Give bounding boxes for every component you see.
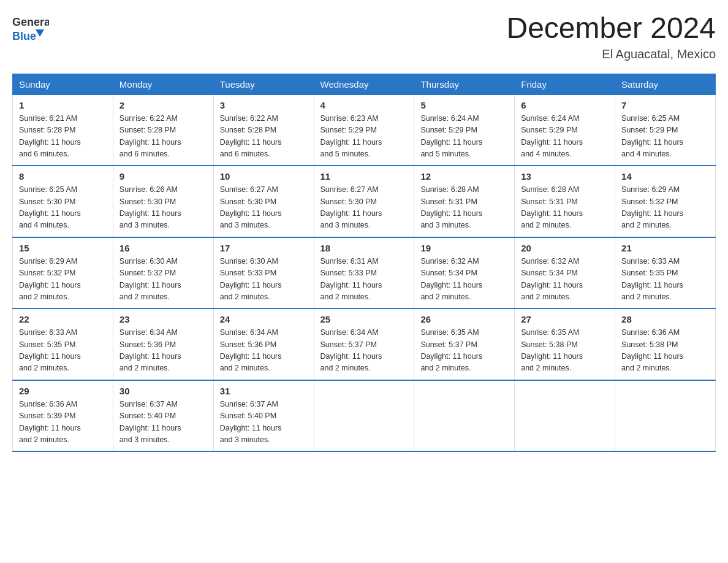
day-number: 22 (19, 314, 107, 324)
calendar-cell: 11Sunrise: 6:27 AM Sunset: 5:30 PM Dayli… (314, 166, 414, 237)
header-row: SundayMondayTuesdayWednesdayThursdayFrid… (13, 74, 716, 94)
header-right: December 2024 El Aguacatal, Mexico (506, 12, 716, 61)
day-number: 3 (220, 100, 308, 110)
calendar-cell: 14Sunrise: 6:29 AM Sunset: 5:32 PM Dayli… (615, 166, 716, 237)
svg-text:Blue: Blue (12, 30, 36, 42)
calendar-cell: 22Sunrise: 6:33 AM Sunset: 5:35 PM Dayli… (13, 308, 113, 380)
header-day: Tuesday (213, 74, 314, 94)
day-number: 7 (621, 100, 709, 110)
day-number: 16 (119, 243, 207, 253)
day-info: Sunrise: 6:32 AM Sunset: 5:34 PM Dayligh… (521, 256, 609, 304)
day-number: 19 (420, 243, 508, 253)
day-info: Sunrise: 6:33 AM Sunset: 5:35 PM Dayligh… (19, 327, 107, 375)
calendar-cell: 21Sunrise: 6:33 AM Sunset: 5:35 PM Dayli… (615, 237, 716, 309)
day-number: 21 (621, 243, 709, 253)
calendar-cell (314, 380, 414, 452)
calendar-cell (515, 380, 615, 452)
day-info: Sunrise: 6:35 AM Sunset: 5:37 PM Dayligh… (420, 327, 508, 375)
day-info: Sunrise: 6:27 AM Sunset: 5:30 PM Dayligh… (320, 184, 408, 232)
day-info: Sunrise: 6:23 AM Sunset: 5:29 PM Dayligh… (320, 113, 408, 161)
calendar-cell: 23Sunrise: 6:34 AM Sunset: 5:36 PM Dayli… (113, 308, 213, 380)
day-number: 29 (19, 386, 107, 396)
day-info: Sunrise: 6:37 AM Sunset: 5:40 PM Dayligh… (119, 399, 207, 446)
day-number: 13 (521, 171, 609, 182)
day-number: 31 (220, 386, 308, 396)
day-info: Sunrise: 6:33 AM Sunset: 5:35 PM Dayligh… (621, 256, 709, 304)
day-number: 2 (119, 100, 207, 110)
day-info: Sunrise: 6:31 AM Sunset: 5:33 PM Dayligh… (320, 256, 408, 304)
day-info: Sunrise: 6:25 AM Sunset: 5:30 PM Dayligh… (19, 184, 107, 232)
calendar-cell: 27Sunrise: 6:35 AM Sunset: 5:38 PM Dayli… (515, 308, 615, 380)
day-info: Sunrise: 6:21 AM Sunset: 5:28 PM Dayligh… (19, 113, 107, 161)
logo-icon: General Blue (12, 12, 49, 46)
day-number: 23 (119, 314, 207, 324)
day-info: Sunrise: 6:28 AM Sunset: 5:31 PM Dayligh… (420, 184, 508, 232)
day-number: 28 (621, 314, 709, 324)
calendar-cell: 18Sunrise: 6:31 AM Sunset: 5:33 PM Dayli… (314, 237, 414, 309)
calendar-cell: 24Sunrise: 6:34 AM Sunset: 5:36 PM Dayli… (213, 308, 314, 380)
day-info: Sunrise: 6:24 AM Sunset: 5:29 PM Dayligh… (521, 113, 609, 161)
calendar-cell: 20Sunrise: 6:32 AM Sunset: 5:34 PM Dayli… (515, 237, 615, 309)
calendar-week-row: 8Sunrise: 6:25 AM Sunset: 5:30 PM Daylig… (13, 166, 716, 237)
page-header: General Blue December 2024 El Aguacatal,… (12, 12, 716, 61)
header-day: Wednesday (314, 74, 414, 94)
calendar-cell: 2Sunrise: 6:22 AM Sunset: 5:28 PM Daylig… (113, 94, 213, 166)
day-number: 9 (119, 171, 207, 182)
day-number: 20 (521, 243, 609, 253)
day-info: Sunrise: 6:35 AM Sunset: 5:38 PM Dayligh… (521, 327, 609, 375)
header-day: Sunday (13, 74, 113, 94)
day-number: 1 (19, 100, 107, 110)
day-info: Sunrise: 6:34 AM Sunset: 5:36 PM Dayligh… (119, 327, 207, 375)
svg-marker-1 (36, 29, 44, 37)
header-day: Thursday (414, 74, 515, 94)
calendar-cell: 15Sunrise: 6:29 AM Sunset: 5:32 PM Dayli… (13, 237, 113, 309)
day-number: 18 (320, 243, 408, 253)
day-info: Sunrise: 6:29 AM Sunset: 5:32 PM Dayligh… (621, 184, 709, 232)
calendar-cell: 10Sunrise: 6:27 AM Sunset: 5:30 PM Dayli… (213, 166, 314, 237)
day-number: 11 (320, 171, 408, 182)
day-number: 26 (420, 314, 508, 324)
location: El Aguacatal, Mexico (506, 47, 716, 61)
svg-text:General: General (12, 16, 49, 28)
day-number: 27 (521, 314, 609, 324)
day-number: 24 (220, 314, 308, 324)
calendar-cell: 29Sunrise: 6:36 AM Sunset: 5:39 PM Dayli… (13, 380, 113, 452)
day-info: Sunrise: 6:36 AM Sunset: 5:39 PM Dayligh… (19, 399, 107, 446)
day-number: 6 (521, 100, 609, 110)
day-number: 12 (420, 171, 508, 182)
calendar-cell: 6Sunrise: 6:24 AM Sunset: 5:29 PM Daylig… (515, 94, 615, 166)
day-number: 10 (220, 171, 308, 182)
day-info: Sunrise: 6:24 AM Sunset: 5:29 PM Dayligh… (420, 113, 508, 161)
calendar-cell: 12Sunrise: 6:28 AM Sunset: 5:31 PM Dayli… (414, 166, 515, 237)
calendar-cell: 7Sunrise: 6:25 AM Sunset: 5:29 PM Daylig… (615, 94, 716, 166)
day-info: Sunrise: 6:25 AM Sunset: 5:29 PM Dayligh… (621, 113, 709, 161)
calendar-cell: 26Sunrise: 6:35 AM Sunset: 5:37 PM Dayli… (414, 308, 515, 380)
logo: General Blue (12, 12, 49, 46)
day-info: Sunrise: 6:34 AM Sunset: 5:37 PM Dayligh… (320, 327, 408, 375)
day-number: 4 (320, 100, 408, 110)
calendar-cell: 9Sunrise: 6:26 AM Sunset: 5:30 PM Daylig… (113, 166, 213, 237)
header-day: Monday (113, 74, 213, 94)
day-info: Sunrise: 6:34 AM Sunset: 5:36 PM Dayligh… (220, 327, 308, 375)
day-number: 25 (320, 314, 408, 324)
calendar-cell: 31Sunrise: 6:37 AM Sunset: 5:40 PM Dayli… (213, 380, 314, 452)
day-number: 30 (119, 386, 207, 396)
header-day: Friday (515, 74, 615, 94)
day-info: Sunrise: 6:26 AM Sunset: 5:30 PM Dayligh… (119, 184, 207, 232)
day-info: Sunrise: 6:32 AM Sunset: 5:34 PM Dayligh… (420, 256, 508, 304)
calendar-cell: 25Sunrise: 6:34 AM Sunset: 5:37 PM Dayli… (314, 308, 414, 380)
day-number: 5 (420, 100, 508, 110)
day-info: Sunrise: 6:22 AM Sunset: 5:28 PM Dayligh… (119, 113, 207, 161)
calendar-table: SundayMondayTuesdayWednesdayThursdayFrid… (12, 74, 716, 453)
header-day: Saturday (615, 74, 716, 94)
calendar-week-row: 29Sunrise: 6:36 AM Sunset: 5:39 PM Dayli… (13, 380, 716, 452)
calendar-cell: 17Sunrise: 6:30 AM Sunset: 5:33 PM Dayli… (213, 237, 314, 309)
month-title: December 2024 (506, 12, 716, 45)
day-info: Sunrise: 6:36 AM Sunset: 5:38 PM Dayligh… (621, 327, 709, 375)
day-number: 15 (19, 243, 107, 253)
day-info: Sunrise: 6:30 AM Sunset: 5:33 PM Dayligh… (220, 256, 308, 304)
day-number: 14 (621, 171, 709, 182)
day-info: Sunrise: 6:27 AM Sunset: 5:30 PM Dayligh… (220, 184, 308, 232)
day-number: 8 (19, 171, 107, 182)
calendar-cell: 16Sunrise: 6:30 AM Sunset: 5:32 PM Dayli… (113, 237, 213, 309)
